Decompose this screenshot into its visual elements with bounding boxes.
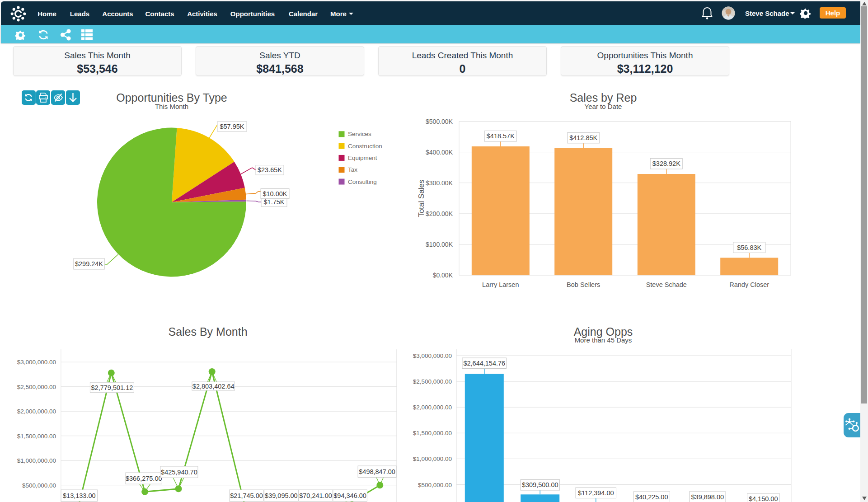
svg-text:$2,803,402.64: $2,803,402.64 [192,383,235,390]
svg-text:$366,275.00: $366,275.00 [126,475,162,482]
svg-text:$300.00K: $300.00K [426,179,453,187]
svg-text:$425,940.70: $425,940.70 [161,469,197,476]
svg-text:$500,000.00: $500,000.00 [418,482,452,488]
svg-text:Steve Schade: Steve Schade [646,281,687,288]
svg-text:$412.85K: $412.85K [569,134,597,141]
svg-text:Construction: Construction [348,143,382,150]
svg-text:$0.00K: $0.00K [433,272,453,279]
svg-text:$500.00K: $500.00K [426,118,453,125]
svg-text:Consulting: Consulting [348,178,377,185]
svg-text:$1,000,000.00: $1,000,000.00 [17,457,56,464]
svg-text:$56.83K: $56.83K [737,244,761,251]
svg-text:$2,000,000.00: $2,000,000.00 [17,408,56,415]
svg-text:$4,150.00: $4,150.00 [749,495,778,502]
svg-text:$418.57K: $418.57K [487,132,515,140]
svg-text:$3,000,000.00: $3,000,000.00 [17,359,56,366]
svg-text:$2,779,501.12: $2,779,501.12 [91,384,133,391]
svg-text:$1.75K: $1.75K [264,198,285,206]
svg-text:Equipment: Equipment [348,155,377,161]
svg-text:$498,847.00: $498,847.00 [359,468,395,475]
svg-text:Bob Sellers: Bob Sellers [567,281,600,288]
svg-text:$94,346.00: $94,346.00 [333,492,366,499]
svg-text:Randy Closer: Randy Closer [729,281,769,288]
svg-text:$200.00K: $200.00K [426,210,453,217]
svg-text:$309,500.00: $309,500.00 [522,481,558,488]
svg-text:$57.95K: $57.95K [220,123,244,130]
svg-text:Larry Larsen: Larry Larsen [482,281,519,288]
svg-text:$21,745.00: $21,745.00 [230,492,263,499]
svg-text:$13,133.00: $13,133.00 [63,492,96,499]
svg-text:$1,500,000.00: $1,500,000.00 [413,430,452,436]
svg-text:$328.92K: $328.92K [652,160,680,167]
svg-text:$70,241.00: $70,241.00 [299,492,332,499]
svg-text:$2,500,000.00: $2,500,000.00 [413,378,452,385]
svg-text:$3,000,000.00: $3,000,000.00 [413,352,452,359]
svg-text:$500,000.00: $500,000.00 [22,482,56,489]
svg-text:$2,500,000.00: $2,500,000.00 [17,384,56,390]
svg-text:$1,000,000.00: $1,000,000.00 [413,455,452,462]
svg-text:$2,644,154.76: $2,644,154.76 [463,360,505,367]
svg-text:Services: Services [348,131,371,137]
svg-text:$39,095.00: $39,095.00 [265,492,298,499]
svg-text:$2,000,000.00: $2,000,000.00 [413,404,452,411]
svg-text:$400.00K: $400.00K [426,149,453,156]
svg-text:Tax: Tax [348,166,357,173]
svg-text:$100.00K: $100.00K [426,241,453,248]
svg-text:$39,898.00: $39,898.00 [691,493,724,501]
svg-text:$40,225.00: $40,225.00 [635,493,668,501]
svg-text:$112,394.00: $112,394.00 [578,489,614,497]
svg-text:$23.65K: $23.65K [258,166,282,174]
svg-text:$10.00K: $10.00K [263,190,287,197]
svg-text:$299.24K: $299.24K [75,260,103,267]
svg-text:Total Sales: Total Sales [417,179,426,217]
svg-text:$1,500,000.00: $1,500,000.00 [17,433,56,440]
